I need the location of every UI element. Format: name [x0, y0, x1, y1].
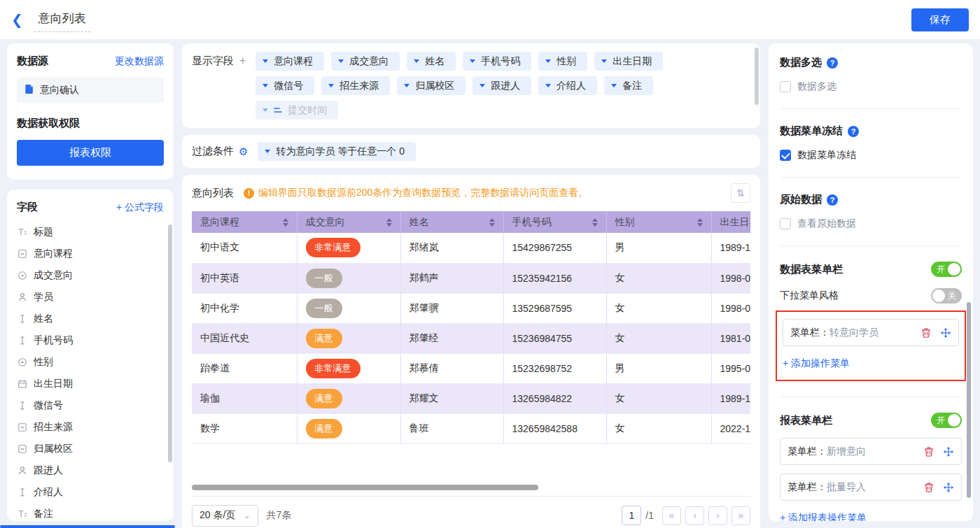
display-field-chip[interactable]: 招生来源 [321, 76, 390, 95]
field-item-性别[interactable]: 性别 [17, 351, 164, 373]
person-icon [17, 465, 27, 476]
column-header-性别[interactable]: 性别 [606, 211, 711, 233]
checkbox-checked-icon[interactable] [780, 150, 791, 161]
menu-item[interactable]: 菜单栏：转意向学员 [783, 319, 959, 346]
page-size-select[interactable]: 20 条/页 ⌄ [192, 505, 258, 527]
display-field-chip[interactable]: 出生日期 [594, 52, 663, 71]
add-report-action-menu-link[interactable]: + 添加报表操作菜单 [780, 512, 867, 521]
radio-icon [17, 270, 27, 280]
display-field-chip[interactable]: 归属校区 [397, 76, 465, 95]
multi-select-checkbox-row[interactable]: 数据多选 [780, 80, 962, 93]
move-icon[interactable] [940, 327, 951, 338]
first-page-button[interactable]: « [662, 506, 681, 525]
checkbox-unchecked-icon[interactable] [780, 218, 791, 229]
field-item-出生日期[interactable]: 出生日期 [17, 373, 164, 394]
display-field-chip-disabled[interactable]: 提交时间 [255, 101, 338, 120]
field-item-标题[interactable]: 标题 [17, 221, 164, 243]
settings-scrollbar[interactable] [967, 302, 971, 498]
chip-label: 成交意向 [349, 55, 388, 68]
column-header-手机号码[interactable]: 手机号码 [503, 211, 606, 233]
cell-course: 瑜伽 [192, 383, 297, 413]
cell-intent: 满意 [297, 383, 400, 413]
dropdown-style-toggle-off[interactable]: 关 [931, 288, 962, 304]
display-field-chip[interactable]: 意向课程 [255, 52, 324, 71]
table-row[interactable]: 跆拳道非常满意郑慕倩15232698752男1995-01- [192, 353, 750, 383]
table-row[interactable]: 初中语文非常满意郑绪岚15429867255男1989-11- [192, 233, 750, 263]
menu-freeze-checkbox-row[interactable]: 数据菜单冻结 [780, 149, 962, 162]
table-row[interactable]: 初中化学一般郑肇骥13529687595女1998-05- [192, 293, 750, 323]
checkbox-unchecked-icon[interactable] [780, 81, 791, 92]
table-horizontal-scrollbar[interactable] [192, 485, 538, 490]
field-item-招生来源[interactable]: 招生来源 [17, 416, 164, 438]
sort-carets-icon[interactable] [592, 218, 598, 227]
chip-label: 归属校区 [415, 80, 454, 92]
trash-icon[interactable] [920, 327, 932, 338]
table-row[interactable]: 瑜伽满意郑耀文13265984822女1989-11- [192, 383, 750, 413]
column-header-成交意向[interactable]: 成交意向 [297, 211, 400, 233]
trash-icon[interactable] [923, 446, 934, 457]
display-fields-scrollbar[interactable] [755, 48, 759, 105]
sort-carets-icon[interactable] [489, 218, 495, 227]
divider [780, 245, 962, 246]
display-field-chip[interactable]: 微信号 [255, 76, 314, 95]
column-header-意向课程[interactable]: 意向课程 [192, 211, 297, 233]
sort-carets-icon[interactable] [697, 218, 703, 227]
add-formula-field-link[interactable]: + 公式字段 [116, 201, 164, 214]
filter-condition-chip[interactable]: 转为意向学员 等于任意一个 0 [258, 142, 416, 161]
display-field-chip[interactable]: 备注 [604, 76, 653, 95]
prev-page-button[interactable]: ‹ [685, 506, 704, 525]
field-item-学员[interactable]: 学员 [17, 286, 164, 308]
fields-scrollbar[interactable] [168, 224, 172, 462]
display-field-chip[interactable]: 手机号码 [463, 52, 531, 71]
field-item-姓名[interactable]: 姓名 [17, 308, 164, 329]
display-field-chip[interactable]: 介绍人 [538, 76, 597, 95]
field-item-介绍人[interactable]: 介绍人 [17, 481, 164, 503]
display-field-chips: 意向课程成交意向姓名手机号码性别出生日期微信号招生来源归属校区跟进人介绍人备注提… [255, 52, 750, 120]
table-menu-toggle-on[interactable]: 开 [931, 262, 962, 277]
field-item-跟进人[interactable]: 跟进人 [17, 459, 164, 481]
datasource-item[interactable]: 意向确认 [17, 78, 164, 103]
move-icon[interactable] [943, 446, 954, 457]
move-icon[interactable] [943, 482, 954, 493]
table-row[interactable]: 数学满意鲁班132659842588女2022-10- [192, 413, 750, 443]
help-icon[interactable] [827, 57, 838, 69]
last-page-button[interactable]: » [732, 506, 750, 525]
table-row[interactable]: 中国近代史满意郑肇经15236984755女1981-06- [192, 323, 750, 353]
cell-gender: 女 [606, 413, 711, 443]
help-icon[interactable] [848, 126, 859, 137]
page-horizontal-scrollbar[interactable] [0, 525, 175, 528]
page-total-label: /1 [645, 510, 654, 521]
field-item-微信号[interactable]: 微信号 [17, 394, 164, 416]
field-item-成交意向[interactable]: 成交意向 [17, 264, 164, 286]
sort-order-button[interactable]: ⇅ [731, 183, 750, 203]
display-field-chip[interactable]: 性别 [538, 52, 587, 71]
sort-carets-icon[interactable] [386, 218, 392, 227]
field-item-手机号码[interactable]: 手机号码 [17, 329, 164, 351]
display-field-chip[interactable]: 跟进人 [472, 76, 531, 95]
raw-data-checkbox-row[interactable]: 查看原始数据 [780, 217, 962, 230]
save-button[interactable]: 保存 [911, 8, 969, 31]
back-icon[interactable]: ❮ [11, 13, 23, 27]
change-datasource-link[interactable]: 更改数据源 [115, 55, 164, 68]
menu-item[interactable]: 菜单栏：新增意向 [780, 438, 962, 465]
report-permission-button[interactable]: 报表权限 [17, 140, 164, 166]
report-menu-toggle-on[interactable]: 开 [931, 413, 962, 428]
add-display-field-button[interactable]: + [239, 55, 246, 66]
column-header-出生日期[interactable]: 出生日期 [711, 211, 750, 233]
field-item-意向课程[interactable]: 意向课程 [17, 243, 164, 264]
table-row[interactable]: 初中英语一般郑鹤声15235942156女1998-05- [192, 263, 750, 293]
column-header-姓名[interactable]: 姓名 [400, 211, 503, 233]
menu-item[interactable]: 菜单栏：批量导入 [780, 473, 962, 501]
display-field-chip[interactable]: 成交意向 [331, 52, 400, 71]
help-icon[interactable] [827, 194, 838, 206]
field-item-备注[interactable]: 备注 [17, 503, 164, 521]
display-field-chip[interactable]: 姓名 [407, 52, 456, 71]
field-item-归属校区[interactable]: 归属校区 [17, 438, 164, 459]
gear-icon[interactable]: ⚙ [239, 146, 248, 157]
trash-icon[interactable] [923, 482, 934, 493]
page-number-input[interactable]: 1 [622, 506, 641, 525]
add-action-menu-link[interactable]: + 添加操作菜单 [783, 357, 850, 370]
next-page-button[interactable]: › [708, 506, 727, 525]
field-item-label: 微信号 [34, 399, 63, 412]
sort-carets-icon[interactable] [283, 218, 288, 227]
